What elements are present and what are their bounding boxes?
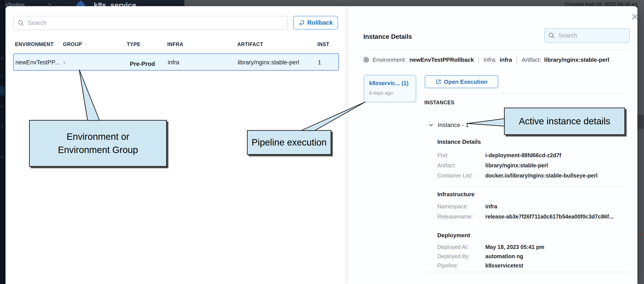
background-header: HsTesting > k8s_service Created Aug 10, … (0, 0, 644, 6)
execution-name: k8sservic... (1) (369, 80, 411, 87)
search-icon (18, 20, 24, 26)
kv-releasename: Releasename: release-ab3e7f26f711a0c617b… (437, 213, 614, 220)
kv-artifact: Artifact: library/nginx:stable-perl (437, 162, 548, 169)
infra-label: Infra: (484, 56, 496, 63)
execution-time: 6 days ago (369, 90, 411, 96)
search-icon (548, 32, 555, 39)
background-sidebar: ve nit op (0, 0, 5, 284)
cell-environment: newEnvTestPP... (16, 59, 60, 66)
pipeline-execution-card[interactable]: k8sservic... (1) 6 days ago (364, 75, 416, 102)
col-artifact: ARTIFACT (237, 42, 263, 47)
drawer-title: Instance Details (364, 33, 412, 40)
service-created-timestamp: Created Aug 10, 2022 04:10 am (565, 1, 639, 6)
table-header-divider (13, 50, 339, 50)
instance-title: Instance - 1 (438, 122, 469, 128)
background-right-edge (638, 0, 644, 284)
instances-divider (425, 93, 630, 94)
kv-pod: Pod: i-deployment-88fd66cd-z2d7f (437, 152, 561, 159)
open-execution-label: Open Execution (444, 78, 488, 85)
environment-value: newEnvTestPPRollback (410, 56, 474, 63)
callout-tail-pipeline (297, 100, 368, 131)
col-group: GROUP (63, 42, 82, 47)
kv-deployed-at: Deployed At: May 18, 2023 05:41 pm (437, 244, 544, 250)
environment-search[interactable] (13, 16, 288, 30)
kv-namespace: Namespace: infra (437, 203, 497, 210)
rollback-button-label: Rollback (307, 19, 333, 26)
rollback-button[interactable]: Rollback (293, 16, 338, 30)
pre-prod-badge: Pre-Prod (126, 59, 158, 69)
cell-inst: 1 (318, 59, 321, 66)
open-execution-button[interactable]: Open Execution (425, 75, 498, 88)
service-title: k8s_service (94, 1, 136, 6)
instance-card-bottom-border (426, 272, 630, 272)
chevron-down-icon (428, 122, 434, 128)
environments-table-header: ENVIRONMENT GROUP TYPE INFRA ARTIFACT IN… (13, 42, 339, 50)
environment-icon (363, 56, 370, 63)
instance-search-input[interactable] (558, 32, 637, 39)
section-heading-instance-details: Instance Details (437, 138, 481, 145)
deployment-summary: Environment: newEnvTestPPRollback | Infr… (363, 56, 610, 64)
section-divider (437, 228, 630, 228)
breadcrumb-chevron-icon: > (48, 1, 51, 6)
service-cube-icon (76, 1, 86, 6)
cell-infra: infra (168, 59, 180, 66)
section-heading-deployment: Deployment (437, 232, 470, 239)
callout-active-instance: Active instance details (504, 108, 625, 135)
section-heading-infrastructure: Infrastructure (437, 191, 474, 198)
cell-group: - (64, 59, 65, 66)
instance-1-toggle[interactable]: Instance - 1 (428, 122, 469, 128)
col-infra: INFRA (167, 42, 183, 47)
col-inst: INST (318, 42, 329, 47)
instance-search[interactable] (544, 28, 630, 43)
kv-container-list: Container List: docker.io/library/nginx:… (437, 172, 598, 179)
col-environment: ENVIRONMENT (15, 42, 54, 47)
col-type: TYPE (127, 42, 140, 47)
kv-pipeline: Pipeline: k8sservicetest (437, 262, 523, 269)
instances-section-label: INSTANCES (424, 100, 454, 106)
callout-tail-active-instance (466, 117, 505, 128)
drawer-divider (364, 50, 630, 50)
infra-value: infra (500, 56, 512, 63)
callout-pipeline: Pipeline execution (247, 130, 331, 155)
screen: HsTesting > k8s_service Created Aug 10, … (0, 0, 644, 284)
artifact-value: library/nginx:stable-perl (544, 56, 609, 63)
search-input[interactable] (27, 19, 284, 27)
external-link-icon (436, 79, 441, 85)
callout-environment: Environment or Environment Group (29, 120, 167, 167)
callout-tail-environment (75, 66, 106, 121)
cell-artifact: library/nginx:stable-perl (238, 59, 299, 66)
instance-details-drawer: Instance Details Environment: newEnvTest… (348, 6, 638, 284)
environment-label: Environment: (372, 56, 406, 63)
rollback-icon (298, 20, 304, 26)
close-icon[interactable] (630, 12, 640, 21)
kv-deployed-by: Deployed By: automation ng (437, 253, 523, 259)
artifact-label: Artifact: (522, 56, 541, 63)
environment-row-selected[interactable]: newEnvTestPP... - Pre-Prod infra library… (13, 53, 339, 71)
section-divider (437, 187, 630, 187)
